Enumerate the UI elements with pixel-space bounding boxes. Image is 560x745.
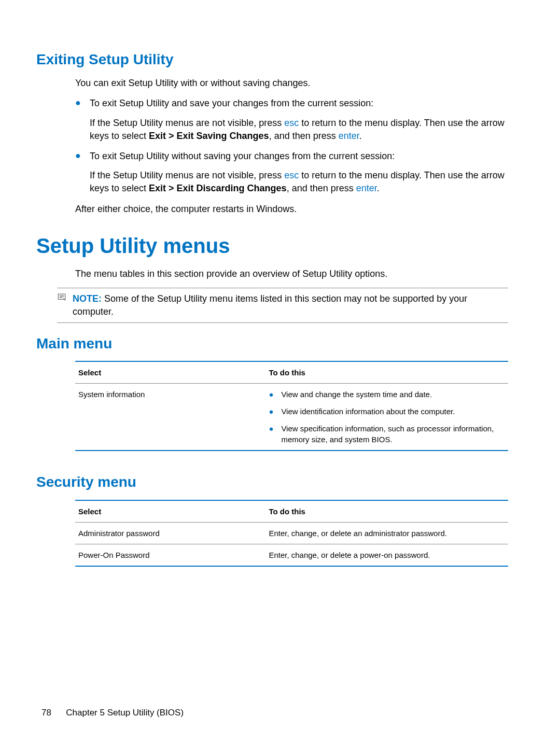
text: , and then press xyxy=(287,183,356,193)
cell-action: ●View and change the system time and dat… xyxy=(265,384,508,451)
item-text: View specification information, such as … xyxy=(281,423,505,445)
bullet-icon: ● xyxy=(75,97,90,110)
table-row: System information ●View and change the … xyxy=(75,384,508,451)
sub-para-1: If the Setup Utility menus are not visib… xyxy=(90,117,508,143)
heading-menus: Setup Utility menus xyxy=(36,231,524,260)
note-text: NOTE: Some of the Setup Utility menu ite… xyxy=(73,292,508,318)
text: If the Setup Utility menus are not visib… xyxy=(90,118,284,128)
text: . xyxy=(377,183,380,193)
bullet-icon: ● xyxy=(269,423,281,445)
bullet-icon: ● xyxy=(269,406,281,417)
cell-select: Administrator password xyxy=(75,522,265,544)
heading-main-menu: Main menu xyxy=(36,333,524,354)
key-esc: esc xyxy=(284,170,299,180)
cell-select: System information xyxy=(75,384,265,451)
heading-exiting: Exiting Setup Utility xyxy=(36,49,524,69)
note-block: NOTE: Some of the Setup Utility menu ite… xyxy=(57,288,508,323)
item-text: View identification information about th… xyxy=(281,406,455,417)
note-body: Some of the Setup Utility menu items lis… xyxy=(73,293,467,317)
key-enter: enter xyxy=(339,131,359,141)
sub-para-2: If the Setup Utility menus are not visib… xyxy=(90,169,508,195)
cell-action: Enter, change, or delete a power-on pass… xyxy=(265,544,508,566)
chapter-label: Chapter 5 Setup Utility (BIOS) xyxy=(66,708,184,718)
col-action: To do this xyxy=(265,361,508,384)
key-esc: esc xyxy=(284,118,299,128)
page-number: 78 xyxy=(41,708,51,718)
text: . xyxy=(359,131,362,141)
cell-select: Power-On Password xyxy=(75,544,265,566)
bullet-icon: ● xyxy=(269,389,281,400)
list-item: ●View and change the system time and dat… xyxy=(269,389,505,400)
text: If the Setup Utility menus are not visib… xyxy=(90,170,284,180)
page-footer: 78 Chapter 5 Setup Utility (BIOS) xyxy=(41,707,184,719)
security-menu-table: Select To do this Administrator password… xyxy=(75,500,508,567)
menu-path: Exit > Exit Saving Changes xyxy=(149,131,269,141)
menu-path: Exit > Exit Discarding Changes xyxy=(149,183,287,193)
table-header-row: Select To do this xyxy=(75,500,508,523)
item-text: View and change the system time and date… xyxy=(281,389,432,400)
bullet-text-1: To exit Setup Utility and save your chan… xyxy=(90,97,524,110)
bullet-text-2: To exit Setup Utility without saving you… xyxy=(90,150,524,163)
bullet-item-2: ● To exit Setup Utility without saving y… xyxy=(75,150,524,163)
key-enter: enter xyxy=(356,183,377,193)
col-select: Select xyxy=(75,361,265,384)
menus-intro: The menu tables in this section provide … xyxy=(75,268,524,280)
note-icon xyxy=(57,292,73,318)
main-menu-table: Select To do this System information ●Vi… xyxy=(75,361,508,451)
cell-action: Enter, change, or delete an administrato… xyxy=(265,522,508,544)
note-label: NOTE: xyxy=(73,293,102,304)
col-select: Select xyxy=(75,500,265,523)
exiting-after: After either choice, the computer restar… xyxy=(75,203,524,216)
bullet-icon: ● xyxy=(75,150,90,163)
col-action: To do this xyxy=(265,500,508,523)
list-item: ●View specification information, such as… xyxy=(269,423,505,445)
text: , and then press xyxy=(269,131,339,141)
table-row: Power-On Password Enter, change, or dele… xyxy=(75,544,508,566)
list-item: ●View identification information about t… xyxy=(269,406,505,417)
bullet-item-1: ● To exit Setup Utility and save your ch… xyxy=(75,97,524,110)
table-header-row: Select To do this xyxy=(75,361,508,384)
heading-security-menu: Security menu xyxy=(36,472,524,492)
table-row: Administrator password Enter, change, or… xyxy=(75,522,508,544)
exiting-intro: You can exit Setup Utility with or witho… xyxy=(75,77,524,90)
